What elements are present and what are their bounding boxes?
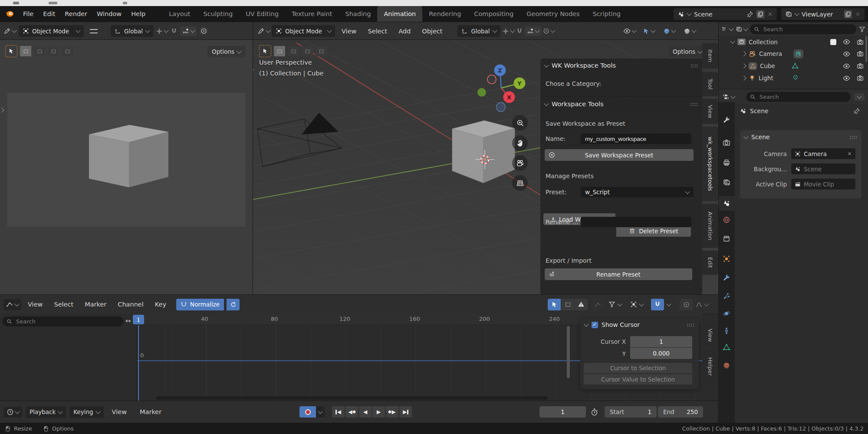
tab-constraints-icon[interactable] <box>723 327 730 336</box>
clear-icon[interactable] <box>847 151 852 156</box>
eye-icon[interactable] <box>843 75 850 82</box>
rename-preset-button[interactable]: Rename Preset <box>545 268 692 280</box>
camera-data-icon[interactable] <box>793 49 803 59</box>
chevron-right-icon[interactable] <box>741 63 746 68</box>
view-layer-dropdown[interactable] <box>736 26 747 33</box>
tab-texture-paint[interactable]: Texture Paint <box>285 6 339 22</box>
auto-normalize-button[interactable] <box>227 299 240 310</box>
cursor-x-field[interactable]: 1 <box>630 336 692 347</box>
menu-view[interactable]: View <box>107 408 132 415</box>
menu-object[interactable]: Object <box>417 28 447 35</box>
show-cursor-checkbox[interactable] <box>592 322 598 328</box>
properties-search-input[interactable] <box>759 93 847 101</box>
orientation-dropdown[interactable]: Global <box>457 25 500 37</box>
render-visibility-icon[interactable] <box>857 62 864 69</box>
orthographic-toggle-button[interactable] <box>512 175 528 191</box>
menu-view[interactable]: View <box>23 301 47 308</box>
menu-marker[interactable]: Marker <box>80 301 111 308</box>
tab-animation[interactable]: Animation <box>377 6 422 22</box>
filter-toggle-icon[interactable]: ↔ <box>125 317 131 325</box>
editor-type-button[interactable] <box>257 27 270 35</box>
collapse-menus-button[interactable] <box>854 93 865 101</box>
render-visibility-icon[interactable] <box>857 75 864 82</box>
visibility-dropdown[interactable] <box>623 27 636 35</box>
tab-wk-workspacetools[interactable]: wk_workspacetools <box>702 127 718 201</box>
tab-particles-icon[interactable] <box>723 292 730 301</box>
playhead-line[interactable] <box>138 325 139 401</box>
collection-name[interactable]: Collection <box>749 39 827 46</box>
gizmo-y-label[interactable]: Y <box>517 80 522 87</box>
tab-material-icon[interactable] <box>723 362 730 371</box>
hamburger-menu-icon[interactable] <box>90 29 98 33</box>
snap-toggle-button[interactable] <box>171 28 178 35</box>
eye-icon[interactable] <box>843 38 850 46</box>
pin-icon[interactable] <box>853 108 860 114</box>
select-mode-tweak[interactable] <box>20 46 31 56</box>
cursor-y-field[interactable]: 0.000 <box>630 348 692 359</box>
cursor-value-to-selection-button[interactable]: Cursor Value to Selection <box>584 374 692 385</box>
keying-dropdown[interactable]: Keying <box>69 406 103 418</box>
scene-name[interactable]: Scene <box>694 11 743 18</box>
tab-data-icon[interactable] <box>723 343 730 352</box>
tab-object-icon[interactable] <box>723 255 730 264</box>
playback-dropdown[interactable]: Playback <box>26 406 66 418</box>
outliner-row-collection[interactable]: Collection <box>719 36 868 48</box>
select-mode-box[interactable] <box>34 46 45 56</box>
mode-dropdown[interactable]: Object Mode <box>19 25 84 37</box>
rename-input[interactable] <box>581 217 691 227</box>
horizontal-scrollbar[interactable] <box>156 396 548 400</box>
only-errors-button[interactable] <box>575 299 588 310</box>
tab-item[interactable]: Item <box>702 43 718 69</box>
new-scene-button[interactable] <box>756 10 764 18</box>
editor-type-button[interactable] <box>722 93 735 101</box>
editor-type-button[interactable] <box>3 407 22 418</box>
tab-tool[interactable]: Tool <box>702 72 718 96</box>
wk-workspace-tools-header[interactable]: WK Workspace Tools <box>545 62 698 69</box>
menu-select[interactable]: Select <box>363 28 392 35</box>
tab-scripting[interactable]: Scripting <box>586 6 627 22</box>
shading-mode-dropdown[interactable] <box>684 28 696 35</box>
tab-compositing[interactable]: Compositing <box>467 6 520 22</box>
tab-scene-icon[interactable] <box>719 196 735 211</box>
outliner-row-cube[interactable]: Cube <box>719 60 868 72</box>
gizmo-z-label[interactable]: Z <box>498 67 502 74</box>
collection-checkbox[interactable] <box>830 39 836 45</box>
select-mode-circle[interactable] <box>48 46 59 56</box>
eye-icon[interactable] <box>843 50 850 58</box>
new-viewlayer-button[interactable] <box>844 10 852 18</box>
filter-dropdown[interactable] <box>608 301 621 308</box>
tab-physics-icon[interactable] <box>723 310 730 319</box>
show-cursor-header[interactable]: Show Cursor <box>585 321 694 328</box>
only-selected-button[interactable] <box>548 299 561 310</box>
normalize-button[interactable]: Normalize <box>176 299 224 310</box>
channel-search[interactable] <box>3 317 123 326</box>
show-hidden-button[interactable] <box>561 299 574 310</box>
pan-view-button[interactable] <box>512 135 528 151</box>
menu-help[interactable]: Help <box>126 10 150 17</box>
save-workspace-preset-button[interactable]: Save Workspace Preset <box>545 149 694 161</box>
mode-dropdown[interactable]: Object Mode <box>272 25 335 37</box>
pin-icon[interactable] <box>746 11 753 18</box>
scene-selector[interactable]: Scene <box>674 8 777 20</box>
object-name[interactable]: Cube <box>760 62 789 69</box>
keying-button[interactable] <box>680 299 693 310</box>
outliner-scrollbar[interactable] <box>865 36 867 62</box>
render-visibility-icon[interactable] <box>857 50 864 57</box>
viewlayer-selector[interactable]: ViewLayer <box>781 8 865 20</box>
proportional-edit-button[interactable] <box>543 28 555 34</box>
menu-marker[interactable]: Marker <box>135 408 166 415</box>
select-mode-box[interactable] <box>288 46 299 56</box>
preset-select[interactable]: w_Script <box>581 187 694 197</box>
tab-view[interactable]: View <box>702 323 718 347</box>
auto-keying-button[interactable] <box>299 406 316 418</box>
light-data-icon[interactable] <box>792 75 799 82</box>
snap-target-dropdown[interactable] <box>667 303 671 306</box>
mesh-data-icon[interactable] <box>792 62 799 69</box>
snap-toggle-button[interactable] <box>516 28 523 35</box>
frame-end-field[interactable]: End 250 <box>658 406 703 418</box>
tab-helper[interactable]: Helper <box>702 350 718 382</box>
viewlayer-name[interactable]: ViewLayer <box>802 11 841 18</box>
menu-file[interactable]: File <box>18 10 38 17</box>
options-button[interactable]: Options <box>668 46 706 57</box>
outliner-search-input[interactable] <box>763 26 852 33</box>
